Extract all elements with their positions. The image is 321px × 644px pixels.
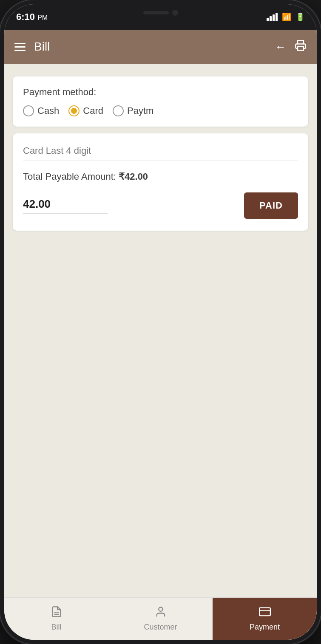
radio-label-card: Card: [83, 105, 103, 116]
radio-circle-card: [68, 105, 80, 116]
top-nav: Bill ←: [4, 30, 317, 64]
battery-icon: 🔋: [295, 12, 305, 22]
status-time: 6:10 PM: [16, 11, 48, 23]
back-icon[interactable]: ←: [275, 40, 286, 54]
payment-method-card: Payment method: Cash Card Paytm: [13, 76, 308, 127]
speaker: [143, 11, 169, 14]
radio-circle-cash: [23, 105, 34, 116]
signal-icon: [267, 13, 278, 21]
radio-card[interactable]: Card: [68, 105, 103, 116]
wifi-icon: 📶: [282, 12, 291, 22]
notch: [122, 4, 199, 21]
payment-row: PAID: [23, 192, 298, 219]
radio-circle-paytm: [113, 105, 124, 116]
radio-label-cash: Cash: [37, 105, 59, 116]
tab-customer[interactable]: Customer: [108, 598, 213, 640]
paid-button[interactable]: PAID: [244, 192, 298, 219]
status-bar: 6:10 PM 📶 🔋: [4, 4, 317, 30]
bill-icon: [51, 606, 62, 620]
svg-point-3: [159, 607, 162, 611]
tab-payment[interactable]: Payment: [213, 598, 317, 640]
radio-paytm[interactable]: Paytm: [113, 105, 153, 116]
bottom-tab-bar: Bill Customer Payment: [4, 597, 317, 640]
payment-method-radio-group: Cash Card Paytm: [23, 105, 298, 116]
page-title: Bill: [34, 40, 275, 54]
total-amount-value: ₹42.00: [119, 171, 148, 182]
status-icons: 📶 🔋: [267, 12, 305, 22]
card-details-card: Total Payable Amount: ₹42.00 PAID: [13, 133, 308, 231]
total-payable: Total Payable Amount: ₹42.00: [23, 171, 298, 182]
svg-rect-0: [298, 46, 304, 50]
main-content: Payment method: Cash Card Paytm: [4, 64, 317, 597]
nav-actions: ←: [275, 40, 307, 54]
svg-rect-4: [259, 608, 270, 616]
menu-icon[interactable]: [14, 43, 26, 51]
tab-payment-label: Payment: [250, 623, 280, 632]
phone-frame: 6:10 PM 📶 🔋 Bill ←: [0, 0, 321, 644]
tab-bill[interactable]: Bill: [4, 598, 108, 640]
radio-label-paytm: Paytm: [127, 105, 153, 116]
amount-input[interactable]: [23, 198, 108, 214]
print-icon[interactable]: [295, 40, 307, 54]
radio-cash[interactable]: Cash: [23, 105, 59, 116]
camera: [172, 10, 178, 16]
tab-customer-label: Customer: [144, 623, 177, 632]
customer-icon: [155, 606, 167, 620]
payment-method-label: Payment method:: [23, 87, 298, 98]
card-last4-input[interactable]: [23, 145, 298, 161]
tab-bill-label: Bill: [51, 623, 61, 632]
payment-icon: [259, 606, 271, 620]
screen: 6:10 PM 📶 🔋 Bill ←: [4, 4, 317, 640]
